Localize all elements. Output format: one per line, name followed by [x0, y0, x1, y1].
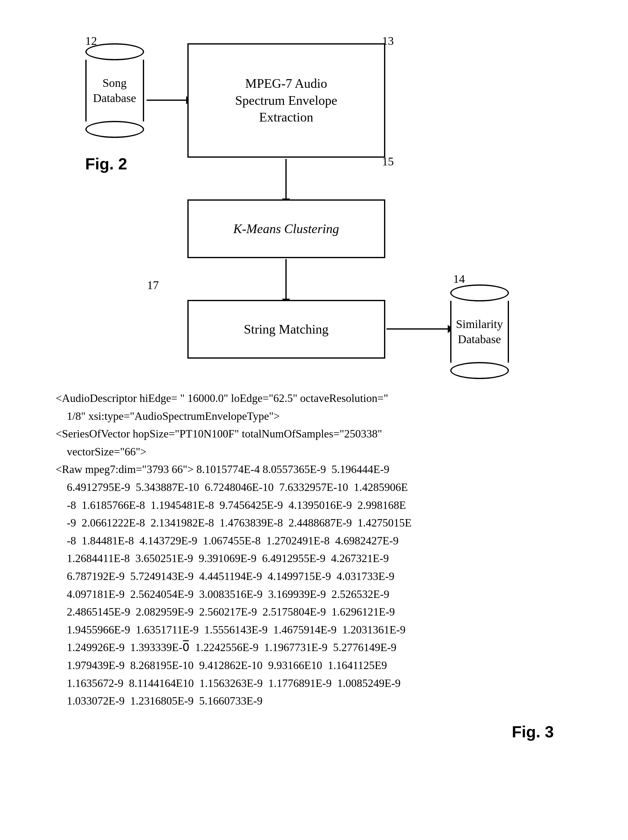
- ref-17: 17: [147, 278, 159, 292]
- figure-2-diagram: Fig. 2 12 SongDatabase 13 MPEG-7 AudioSp…: [67, 25, 562, 365]
- arrow-string-to-similarity: [387, 328, 448, 330]
- string-matching-label: String Matching: [244, 321, 328, 338]
- song-db-label: SongDatabase: [93, 76, 136, 106]
- fig2-label: Fig. 2: [85, 155, 128, 173]
- sim-cylinder-top: [450, 284, 509, 302]
- string-matching-box: String Matching: [188, 300, 385, 358]
- arrow-mpeg-to-kmeans: [286, 159, 287, 199]
- kmeans-label: K-Means Clustering: [234, 220, 339, 237]
- song-database-cylinder: SongDatabase: [85, 43, 144, 138]
- mpeg-extraction-box: MPEG-7 AudioSpectrum EnvelopeExtraction: [188, 43, 385, 158]
- mpeg-box-label: MPEG-7 AudioSpectrum EnvelopeExtraction: [235, 75, 337, 126]
- page: Fig. 2 12 SongDatabase 13 MPEG-7 AudioSp…: [0, 0, 628, 840]
- ref-14: 14: [453, 272, 465, 286]
- similarity-db-label: SimilarityDatabase: [456, 317, 503, 347]
- fig3-text: Fig. 3: [512, 723, 554, 741]
- cylinder-bottom-ellipse: [85, 121, 144, 138]
- sim-cylinder-body: SimilarityDatabase: [450, 301, 509, 363]
- arrow-kmeans-to-string: [286, 259, 287, 299]
- cylinder-top-ellipse: [85, 43, 144, 60]
- figure-3-code: <AudioDescriptor hiEdge= " 16000.0" loEd…: [56, 390, 572, 710]
- figure-3-container: <AudioDescriptor hiEdge= " 16000.0" loEd…: [37, 390, 591, 741]
- cylinder-body: SongDatabase: [85, 60, 144, 122]
- similarity-database-cylinder: SimilarityDatabase: [450, 284, 509, 379]
- ref-15: 15: [382, 155, 394, 168]
- fig3-label: Fig. 3: [56, 723, 572, 741]
- sim-cylinder-bottom: [450, 362, 509, 379]
- arrow-songdb-to-mpeg: [147, 99, 187, 101]
- kmeans-box: K-Means Clustering: [188, 199, 385, 258]
